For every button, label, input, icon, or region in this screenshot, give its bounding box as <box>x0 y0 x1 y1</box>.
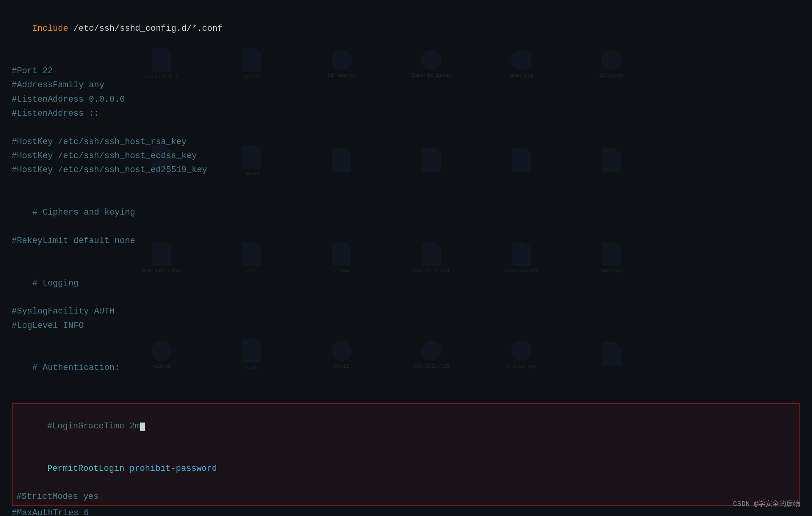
permit-root-login-line: PermitRootLogin prohibit-password <box>16 447 796 490</box>
strict-modes-line: #StrictModes yes <box>16 490 796 504</box>
include-line: Include /etc/ssh/sshd_config.d/*.conf <box>12 8 800 50</box>
listen-address-1-line: #ListenAddress 0.0.0.0 <box>12 93 800 107</box>
auth-comment-line: # Authentication: <box>12 347 800 389</box>
address-family-line: #AddressFamily any <box>12 78 800 92</box>
empty-line-6 <box>12 389 800 403</box>
host-key-ecdsa-line: #HostKey /etc/ssh/ssh_host_ecdsa_key <box>12 149 800 163</box>
watermark: CSDN @学安全的废物 <box>733 499 800 508</box>
include-path: /etc/ssh/sshd_config.d/*.conf <box>68 24 222 33</box>
empty-line-5 <box>12 333 800 347</box>
max-auth-tries-line: #MaxAuthTries 6 <box>12 506 800 516</box>
empty-line-3 <box>12 178 800 192</box>
login-grace-time-line: #LoginGraceTime 2m <box>16 405 796 447</box>
logging-comment-line: # Logging <box>12 262 800 305</box>
empty-line-2 <box>12 121 800 135</box>
rekey-limit-line: #RekeyLimit default none <box>12 234 800 248</box>
ciphers-comment-line: # Ciphers and keying <box>12 192 800 234</box>
log-level-line: #LogLevel INFO <box>12 319 800 333</box>
terminal-content: Include /etc/ssh/sshd_config.d/*.conf #P… <box>0 0 812 516</box>
highlight-box-auth: #LoginGraceTime 2m PermitRootLogin prohi… <box>12 403 800 506</box>
empty-line-4 <box>12 248 800 262</box>
host-key-ed25519-line: #HostKey /etc/ssh/ssh_host_ed25519_key <box>12 163 800 177</box>
syslog-facility-line: #SyslogFacility AUTH <box>12 305 800 319</box>
empty-line-1 <box>12 50 800 64</box>
port-line: #Port 22 <box>12 64 800 78</box>
host-key-rsa-line: #HostKey /etc/ssh/ssh_host_rsa_key <box>12 135 800 149</box>
include-keyword: Include <box>32 24 68 33</box>
listen-address-2-line: #ListenAddress :: <box>12 107 800 121</box>
cursor <box>140 423 145 431</box>
